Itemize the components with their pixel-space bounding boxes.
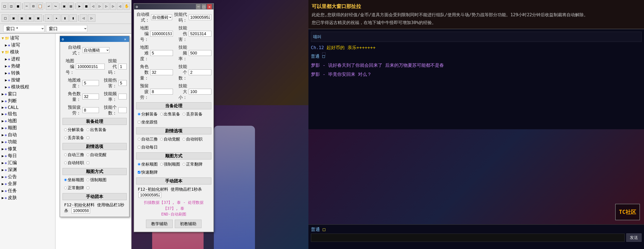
- dialog2-minimize[interactable]: ─: [196, 4, 201, 9]
- stop-btn[interactable]: ■: [83, 2, 89, 10]
- copy-btn[interactable]: ⊟: [30, 2, 36, 10]
- tree-item-rw[interactable]: ▶ ◈ 读写: [1, 41, 54, 48]
- tree-item-map[interactable]: ▶ ◈ 地图: [1, 117, 54, 124]
- nav-coord[interactable]: 坐标顺图: [64, 177, 84, 183]
- t2-btn7[interactable]: ▸: [53, 14, 60, 22]
- d2-equip-discard[interactable]: 丢弃装备: [182, 111, 202, 117]
- d2-map-id-input[interactable]: [150, 31, 173, 36]
- d2-plot-auto3[interactable]: 自动三撸: [138, 136, 158, 142]
- tree-item-module-thread[interactable]: ▶ ◈ 模块线程: [1, 83, 54, 90]
- tree-item-process[interactable]: ▶ ◈ 进程: [1, 55, 54, 62]
- plot-auto3[interactable]: 自动三撸: [64, 152, 84, 158]
- tree-item-call[interactable]: ▶ ◈ CALL: [1, 104, 54, 110]
- d2-plot-awakening[interactable]: 自动觉醒: [160, 136, 180, 142]
- hand-btn[interactable]: ✋: [124, 2, 130, 10]
- open-btn[interactable]: ◫: [8, 2, 14, 10]
- d2-nav-normal[interactable]: 正常翻牌: [182, 162, 202, 167]
- d2-equip-disassemble[interactable]: 分解装备: [138, 111, 158, 117]
- step-btn[interactable]: ▷: [97, 2, 103, 10]
- d2-equip-sell[interactable]: 出售装备: [160, 111, 180, 117]
- tree-item-module[interactable]: ▼ 📁 模块: [1, 48, 54, 55]
- chat-text-input[interactable]: [311, 234, 625, 242]
- tree-item-repair[interactable]: ▶ ◈ 修复: [1, 145, 54, 152]
- d2-reserve-input[interactable]: [150, 89, 173, 94]
- step2-btn[interactable]: ▷: [104, 2, 110, 10]
- nav-normal[interactable]: 正常翻牌: [64, 185, 84, 191]
- nav-checkbox[interactable]: [86, 187, 89, 189]
- tree-item-func[interactable]: ▶ ◈ 功能: [1, 138, 54, 145]
- d2-teach-btn[interactable]: 教学辅助: [146, 220, 173, 228]
- tree-item-asm[interactable]: ▶ ◈ 汇编: [1, 159, 54, 166]
- skill-count-input[interactable]: [118, 107, 127, 113]
- undo-btn[interactable]: ↩: [46, 2, 52, 10]
- role-count-input[interactable]: [82, 94, 99, 99]
- t2-btn9[interactable]: ▮: [70, 14, 77, 22]
- window-dropdown2[interactable]: 窗口: [46, 25, 87, 32]
- run-btn[interactable]: ▶: [77, 2, 83, 10]
- d2-auto-mode-select[interactable]: 自动搬砖: [151, 14, 172, 20]
- step3-btn[interactable]: ▷: [110, 2, 116, 10]
- new-btn[interactable]: □: [2, 2, 8, 10]
- dialog2-titlebar[interactable]: ⚙ ─ □ ✕: [134, 4, 214, 9]
- t2-btn2[interactable]: ▣: [10, 14, 17, 22]
- skill-freq-input[interactable]: [118, 94, 127, 99]
- d2-plot-transfer[interactable]: 自动转职: [182, 136, 202, 142]
- d2-hand-input[interactable]: [138, 192, 161, 198]
- dialog1-titlebar[interactable]: ⚙ ✕: [60, 36, 129, 42]
- view1-btn[interactable]: ▣: [61, 2, 67, 10]
- tree-item-fullscreen[interactable]: ▶ ◈ 全屏: [1, 180, 54, 187]
- plot-transfer[interactable]: 自动转职: [64, 160, 84, 166]
- auto-mode-select[interactable]: 自动搬砖: [83, 47, 110, 53]
- tree-item-announcement[interactable]: ▶ ◈ 公告: [1, 173, 54, 180]
- d2-equip-follow[interactable]: 坐坐跟怪: [138, 119, 158, 125]
- view2-btn[interactable]: ▤: [68, 2, 74, 10]
- plot-checkbox[interactable]: [86, 162, 89, 164]
- d2-init-teach-btn[interactable]: 初教辅助: [175, 220, 202, 228]
- tree-item-daily[interactable]: ▶ ◈ 每日: [1, 152, 54, 159]
- equip-disassemble[interactable]: 分解装备: [64, 127, 84, 133]
- chat-send-btn[interactable]: 发送: [626, 233, 642, 242]
- map-diff-input[interactable]: [82, 80, 99, 86]
- t2-btn5[interactable]: ▣: [34, 14, 42, 22]
- d2-skill-count-input[interactable]: [189, 69, 212, 75]
- tree-item-judge[interactable]: ▶ ◈ 判断: [1, 97, 54, 104]
- t2-btn8[interactable]: ▮: [61, 14, 69, 22]
- d2-map-diff-input[interactable]: [150, 50, 173, 56]
- tree-item-root-rw[interactable]: ▼ 📁 读写: [1, 34, 54, 41]
- d2-nav-fast[interactable]: 快速翻牌: [138, 170, 158, 175]
- tree-item-mapnav[interactable]: ▶ ◈ 顺图: [1, 124, 54, 131]
- skill-code-input[interactable]: [118, 64, 127, 69]
- back-btn[interactable]: ◁: [90, 2, 96, 10]
- t2-btn1[interactable]: □: [2, 14, 9, 22]
- t2-btn4[interactable]: ▣: [26, 14, 34, 22]
- t2-btn11[interactable]: ▷: [88, 14, 96, 22]
- paste-btn[interactable]: 📋: [37, 2, 43, 10]
- skill-dmg-input[interactable]: [118, 80, 127, 86]
- t2-btn3[interactable]: ▣: [18, 14, 26, 22]
- tree-item-task[interactable]: ▶ ◈ 任务: [1, 187, 54, 194]
- step4-btn[interactable]: ◁: [117, 2, 123, 10]
- equip-sell[interactable]: 出售装备: [86, 127, 106, 133]
- cut-btn[interactable]: ✂: [24, 2, 30, 10]
- tree-item-abyss[interactable]: ▶ ◈ 深渊: [1, 166, 54, 173]
- d2-role-count-input[interactable]: [150, 69, 173, 75]
- reserve-input[interactable]: [82, 107, 99, 113]
- tree-item-hotkey[interactable]: ▶ ◈ 热键: [1, 62, 54, 69]
- dialog2-maximize[interactable]: □: [202, 4, 206, 9]
- dialog1-close[interactable]: ✕: [123, 36, 128, 42]
- redo-btn[interactable]: ↪: [53, 2, 58, 10]
- d2-skill-freq-input[interactable]: [189, 50, 212, 56]
- tree-item-auto[interactable]: ▶ ◈ 自动: [1, 131, 54, 138]
- tree-item-grouppack[interactable]: ▶ ◈ 组包: [1, 110, 54, 117]
- tree-item-convert[interactable]: ▶ ◈ 转换: [1, 69, 54, 76]
- equip-discard[interactable]: 丢弃装备: [64, 135, 84, 141]
- plot-awakening[interactable]: 自动觉醒: [86, 152, 106, 158]
- d2-skill-dmg-input[interactable]: [189, 31, 212, 36]
- t2-btn6[interactable]: ▸: [45, 14, 52, 22]
- tree-item-key[interactable]: ▶ ◈ 按键: [1, 76, 54, 83]
- window-dropdown1[interactable]: 窗口 *: [3, 25, 44, 32]
- d2-skill-code-input[interactable]: 109005952: [189, 14, 212, 20]
- dialog2-close[interactable]: ✕: [207, 4, 212, 9]
- tree-item-window[interactable]: ▶ ◈ 窗口: [1, 90, 54, 97]
- nav-force[interactable]: 强制顺图: [86, 177, 106, 183]
